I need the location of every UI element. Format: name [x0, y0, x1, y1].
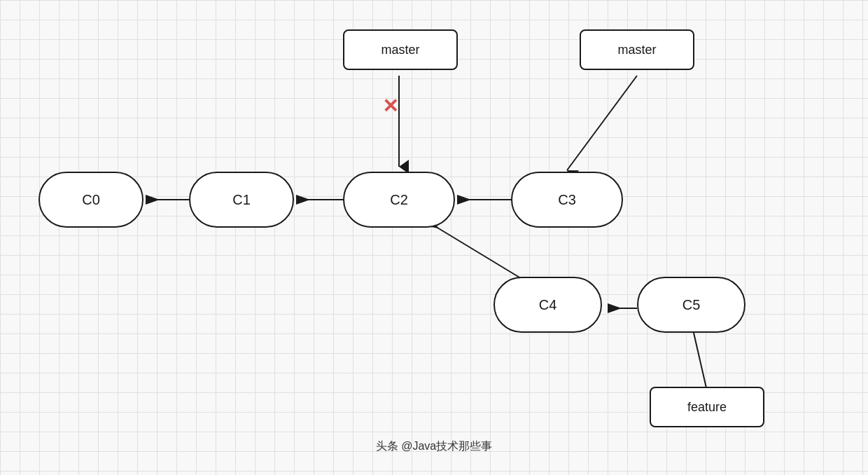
- label-master2: master: [580, 29, 694, 70]
- commit-c4: C4: [493, 277, 602, 333]
- arrow-master2-c3: [567, 76, 637, 170]
- commit-c2: C2: [343, 172, 455, 228]
- arrow-feature-c5: [692, 324, 707, 391]
- x-mark: ✕: [382, 95, 398, 118]
- arrow-c4-c2: [427, 221, 533, 286]
- commit-c3: C3: [511, 172, 623, 228]
- watermark: 头条 @Java技术那些事: [376, 439, 492, 454]
- commit-c0: C0: [38, 172, 144, 228]
- diagram-container: C0 C1 C2 C3 C4 C5 master master feature …: [0, 0, 868, 475]
- commit-c5: C5: [637, 277, 746, 333]
- label-master1: master: [343, 29, 458, 70]
- commit-c1: C1: [189, 172, 294, 228]
- label-feature: feature: [650, 387, 764, 427]
